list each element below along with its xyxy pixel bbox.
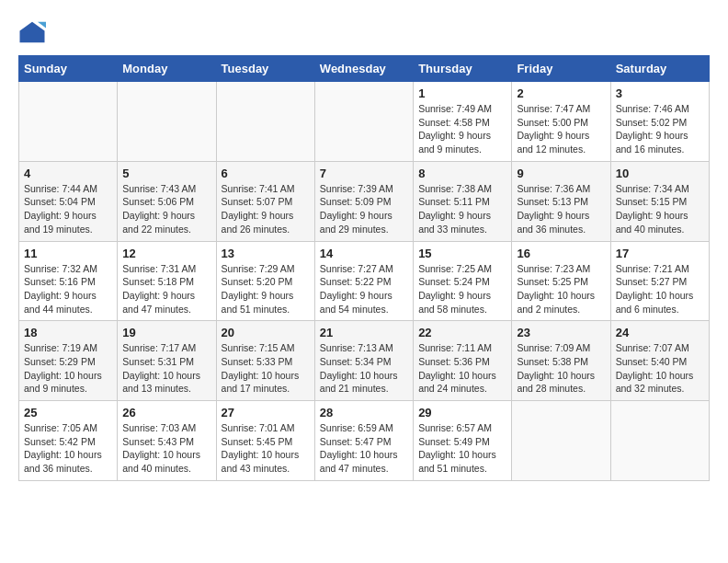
day-header-monday: Monday — [118, 56, 216, 82]
calendar-cell: 29Sunrise: 6:57 AM Sunset: 5:49 PM Dayli… — [414, 401, 512, 481]
calendar-cell: 15Sunrise: 7:25 AM Sunset: 5:24 PM Dayli… — [414, 241, 512, 321]
calendar-cell: 28Sunrise: 6:59 AM Sunset: 5:47 PM Dayli… — [314, 401, 413, 481]
calendar-cell: 20Sunrise: 7:15 AM Sunset: 5:33 PM Dayli… — [216, 321, 314, 401]
day-number: 7 — [320, 167, 408, 180]
day-header-sunday: Sunday — [19, 56, 118, 82]
day-info: Sunrise: 7:29 AM Sunset: 5:20 PM Dayligh… — [222, 262, 310, 316]
calendar-cell: 13Sunrise: 7:29 AM Sunset: 5:20 PM Dayli… — [216, 241, 314, 321]
calendar-cell: 17Sunrise: 7:21 AM Sunset: 5:27 PM Dayli… — [610, 241, 709, 321]
day-number: 17 — [616, 247, 704, 260]
day-info: Sunrise: 7:21 AM Sunset: 5:27 PM Dayligh… — [616, 262, 704, 316]
day-number: 22 — [418, 326, 506, 339]
day-info: Sunrise: 7:03 AM Sunset: 5:43 PM Dayligh… — [122, 421, 210, 476]
logo-icon — [18, 18, 46, 46]
logo — [18, 18, 50, 46]
calendar-cell: 8Sunrise: 7:38 AM Sunset: 5:11 PM Daylig… — [414, 161, 512, 241]
calendar-cell: 1Sunrise: 7:49 AM Sunset: 4:58 PM Daylig… — [414, 82, 512, 162]
calendar-cell: 25Sunrise: 7:05 AM Sunset: 5:42 PM Dayli… — [19, 401, 118, 481]
day-info: Sunrise: 6:59 AM Sunset: 5:47 PM Dayligh… — [320, 421, 408, 476]
day-info: Sunrise: 7:34 AM Sunset: 5:15 PM Dayligh… — [616, 182, 704, 236]
day-info: Sunrise: 7:36 AM Sunset: 5:13 PM Dayligh… — [517, 182, 605, 236]
day-info: Sunrise: 7:23 AM Sunset: 5:25 PM Dayligh… — [517, 262, 605, 316]
day-info: Sunrise: 7:07 AM Sunset: 5:40 PM Dayligh… — [616, 341, 704, 396]
calendar-cell — [118, 82, 216, 162]
day-number: 3 — [616, 86, 704, 100]
calendar-cell: 7Sunrise: 7:39 AM Sunset: 5:09 PM Daylig… — [314, 161, 413, 241]
day-number: 1 — [418, 86, 506, 100]
day-header-wednesday: Wednesday — [314, 56, 413, 82]
calendar-cell: 27Sunrise: 7:01 AM Sunset: 5:45 PM Dayli… — [216, 401, 314, 481]
calendar-cell: 23Sunrise: 7:09 AM Sunset: 5:38 PM Dayli… — [512, 321, 610, 401]
day-info: Sunrise: 6:57 AM Sunset: 5:49 PM Dayligh… — [418, 421, 506, 476]
day-number: 11 — [24, 247, 112, 260]
day-number: 14 — [320, 247, 408, 260]
day-info: Sunrise: 7:15 AM Sunset: 5:33 PM Dayligh… — [222, 341, 310, 396]
day-info: Sunrise: 7:39 AM Sunset: 5:09 PM Dayligh… — [320, 182, 408, 236]
day-number: 24 — [616, 326, 704, 339]
calendar-cell: 24Sunrise: 7:07 AM Sunset: 5:40 PM Dayli… — [610, 321, 709, 401]
week-row-3: 11Sunrise: 7:32 AM Sunset: 5:16 PM Dayli… — [19, 241, 710, 321]
day-info: Sunrise: 7:44 AM Sunset: 5:04 PM Dayligh… — [24, 182, 112, 236]
calendar-cell: 19Sunrise: 7:17 AM Sunset: 5:31 PM Dayli… — [118, 321, 216, 401]
calendar-cell: 5Sunrise: 7:43 AM Sunset: 5:06 PM Daylig… — [118, 161, 216, 241]
calendar-cell: 14Sunrise: 7:27 AM Sunset: 5:22 PM Dayli… — [314, 241, 413, 321]
day-info: Sunrise: 7:27 AM Sunset: 5:22 PM Dayligh… — [320, 262, 408, 316]
calendar-cell — [216, 82, 314, 162]
day-header-thursday: Thursday — [414, 56, 512, 82]
calendar-cell — [610, 401, 709, 481]
calendar-cell — [512, 401, 610, 481]
day-info: Sunrise: 7:38 AM Sunset: 5:11 PM Dayligh… — [418, 182, 506, 236]
calendar-cell: 18Sunrise: 7:19 AM Sunset: 5:29 PM Dayli… — [19, 321, 118, 401]
day-info: Sunrise: 7:31 AM Sunset: 5:18 PM Dayligh… — [122, 262, 210, 316]
day-number: 5 — [122, 167, 210, 180]
day-number: 9 — [517, 167, 605, 180]
calendar-cell: 26Sunrise: 7:03 AM Sunset: 5:43 PM Dayli… — [118, 401, 216, 481]
day-number: 12 — [122, 247, 210, 260]
day-info: Sunrise: 7:19 AM Sunset: 5:29 PM Dayligh… — [24, 341, 112, 396]
day-number: 8 — [418, 167, 506, 180]
calendar-cell: 16Sunrise: 7:23 AM Sunset: 5:25 PM Dayli… — [512, 241, 610, 321]
calendar-cell: 22Sunrise: 7:11 AM Sunset: 5:36 PM Dayli… — [414, 321, 512, 401]
day-number: 15 — [418, 247, 506, 260]
day-info: Sunrise: 7:49 AM Sunset: 4:58 PM Dayligh… — [418, 102, 506, 156]
calendar-cell: 10Sunrise: 7:34 AM Sunset: 5:15 PM Dayli… — [610, 161, 709, 241]
day-info: Sunrise: 7:43 AM Sunset: 5:06 PM Dayligh… — [122, 182, 210, 236]
day-number: 16 — [517, 247, 605, 260]
calendar-cell — [314, 82, 413, 162]
calendar-cell: 11Sunrise: 7:32 AM Sunset: 5:16 PM Dayli… — [19, 241, 118, 321]
day-info: Sunrise: 7:11 AM Sunset: 5:36 PM Dayligh… — [418, 341, 506, 396]
day-number: 18 — [24, 326, 112, 339]
header-row: SundayMondayTuesdayWednesdayThursdayFrid… — [19, 56, 710, 82]
svg-marker-0 — [20, 22, 45, 43]
day-number: 19 — [122, 326, 210, 339]
day-number: 2 — [517, 86, 605, 100]
calendar-cell: 3Sunrise: 7:46 AM Sunset: 5:02 PM Daylig… — [610, 82, 709, 162]
calendar-cell: 6Sunrise: 7:41 AM Sunset: 5:07 PM Daylig… — [216, 161, 314, 241]
week-row-5: 25Sunrise: 7:05 AM Sunset: 5:42 PM Dayli… — [19, 401, 710, 481]
day-info: Sunrise: 7:32 AM Sunset: 5:16 PM Dayligh… — [24, 262, 112, 316]
calendar-cell: 21Sunrise: 7:13 AM Sunset: 5:34 PM Dayli… — [314, 321, 413, 401]
day-number: 28 — [320, 406, 408, 419]
calendar-table: SundayMondayTuesdayWednesdayThursdayFrid… — [18, 55, 710, 481]
calendar-cell — [19, 82, 118, 162]
day-info: Sunrise: 7:41 AM Sunset: 5:07 PM Dayligh… — [222, 182, 310, 236]
day-number: 21 — [320, 326, 408, 339]
day-info: Sunrise: 7:25 AM Sunset: 5:24 PM Dayligh… — [418, 262, 506, 316]
day-info: Sunrise: 7:13 AM Sunset: 5:34 PM Dayligh… — [320, 341, 408, 396]
calendar-cell: 2Sunrise: 7:47 AM Sunset: 5:00 PM Daylig… — [512, 82, 610, 162]
day-number: 10 — [616, 167, 704, 180]
day-info: Sunrise: 7:01 AM Sunset: 5:45 PM Dayligh… — [222, 421, 310, 476]
day-info: Sunrise: 7:46 AM Sunset: 5:02 PM Dayligh… — [616, 102, 704, 156]
day-info: Sunrise: 7:09 AM Sunset: 5:38 PM Dayligh… — [517, 341, 605, 396]
day-number: 4 — [24, 167, 112, 180]
day-number: 27 — [222, 406, 310, 419]
day-header-friday: Friday — [512, 56, 610, 82]
week-row-4: 18Sunrise: 7:19 AM Sunset: 5:29 PM Dayli… — [19, 321, 710, 401]
header — [18, 18, 710, 46]
calendar-cell: 4Sunrise: 7:44 AM Sunset: 5:04 PM Daylig… — [19, 161, 118, 241]
day-number: 20 — [222, 326, 310, 339]
day-header-tuesday: Tuesday — [216, 56, 314, 82]
day-header-saturday: Saturday — [610, 56, 709, 82]
week-row-2: 4Sunrise: 7:44 AM Sunset: 5:04 PM Daylig… — [19, 161, 710, 241]
day-info: Sunrise: 7:17 AM Sunset: 5:31 PM Dayligh… — [122, 341, 210, 396]
